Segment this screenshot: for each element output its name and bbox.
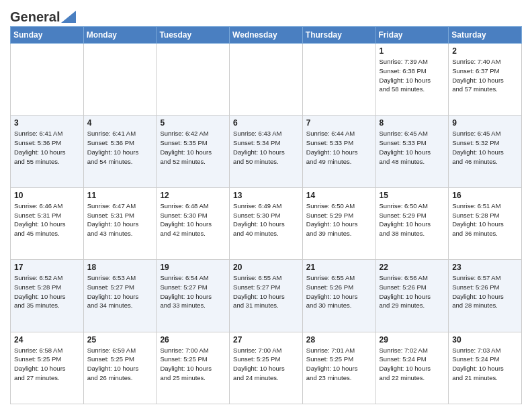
- header: General: [10, 7, 522, 22]
- day-info: Sunrise: 6:59 AM Sunset: 5:25 PM Dayligh…: [87, 346, 153, 383]
- day-cell: 16Sunrise: 6:51 AM Sunset: 5:28 PM Dayli…: [449, 187, 522, 259]
- day-cell: 30Sunrise: 7:03 AM Sunset: 5:24 PM Dayli…: [449, 332, 522, 404]
- day-number: 3: [14, 118, 80, 128]
- day-cell: 28Sunrise: 7:01 AM Sunset: 5:25 PM Dayli…: [302, 332, 375, 404]
- day-number: 28: [306, 335, 372, 345]
- day-cell: 24Sunrise: 6:58 AM Sunset: 5:25 PM Dayli…: [11, 332, 84, 404]
- day-cell: 2Sunrise: 7:40 AM Sunset: 6:37 PM Daylig…: [449, 44, 522, 116]
- day-number: 5: [160, 118, 226, 128]
- day-cell: 14Sunrise: 6:50 AM Sunset: 5:29 PM Dayli…: [302, 187, 375, 259]
- header-cell-friday: Friday: [375, 27, 449, 44]
- day-cell: 27Sunrise: 7:00 AM Sunset: 5:25 PM Dayli…: [230, 332, 303, 404]
- day-number: 1: [380, 46, 445, 56]
- day-cell: 25Sunrise: 6:59 AM Sunset: 5:25 PM Dayli…: [83, 332, 157, 404]
- calendar-header: SundayMondayTuesdayWednesdayThursdayFrid…: [11, 27, 522, 44]
- day-cell: [157, 44, 230, 116]
- svg-marker-0: [61, 11, 76, 23]
- day-info: Sunrise: 6:41 AM Sunset: 5:36 PM Dayligh…: [14, 129, 80, 166]
- week-row-1: 3Sunrise: 6:41 AM Sunset: 5:36 PM Daylig…: [11, 116, 522, 187]
- header-cell-monday: Monday: [83, 27, 157, 44]
- day-number: 20: [233, 263, 299, 272]
- day-cell: 6Sunrise: 6:43 AM Sunset: 5:34 PM Daylig…: [230, 116, 303, 187]
- day-number: 27: [233, 335, 299, 345]
- day-cell: 7Sunrise: 6:44 AM Sunset: 5:33 PM Daylig…: [302, 116, 375, 187]
- day-info: Sunrise: 6:48 AM Sunset: 5:30 PM Dayligh…: [160, 201, 226, 238]
- day-number: 23: [452, 263, 518, 272]
- day-cell: 26Sunrise: 7:00 AM Sunset: 5:25 PM Dayli…: [157, 332, 230, 404]
- day-number: 12: [160, 191, 226, 200]
- header-cell-sunday: Sunday: [11, 27, 84, 44]
- day-info: Sunrise: 6:45 AM Sunset: 5:33 PM Dayligh…: [380, 129, 445, 166]
- day-info: Sunrise: 7:40 AM Sunset: 6:37 PM Dayligh…: [452, 57, 518, 94]
- day-info: Sunrise: 6:55 AM Sunset: 5:26 PM Dayligh…: [306, 273, 372, 310]
- day-cell: [83, 44, 157, 116]
- day-cell: [302, 44, 375, 116]
- day-cell: 17Sunrise: 6:52 AM Sunset: 5:28 PM Dayli…: [11, 260, 84, 332]
- day-info: Sunrise: 6:50 AM Sunset: 5:29 PM Dayligh…: [306, 201, 372, 238]
- week-row-2: 10Sunrise: 6:46 AM Sunset: 5:31 PM Dayli…: [11, 187, 522, 259]
- day-cell: 8Sunrise: 6:45 AM Sunset: 5:33 PM Daylig…: [375, 116, 449, 187]
- day-cell: 15Sunrise: 6:50 AM Sunset: 5:29 PM Dayli…: [375, 187, 449, 259]
- calendar-body: 1Sunrise: 7:39 AM Sunset: 6:38 PM Daylig…: [11, 44, 522, 404]
- header-cell-wednesday: Wednesday: [230, 27, 303, 44]
- day-cell: 5Sunrise: 6:42 AM Sunset: 5:35 PM Daylig…: [157, 116, 230, 187]
- day-info: Sunrise: 6:53 AM Sunset: 5:27 PM Dayligh…: [87, 273, 153, 310]
- week-row-3: 17Sunrise: 6:52 AM Sunset: 5:28 PM Dayli…: [11, 260, 522, 332]
- day-cell: [230, 44, 303, 116]
- day-number: 11: [87, 191, 153, 200]
- day-number: 4: [87, 118, 153, 128]
- day-number: 16: [452, 191, 518, 200]
- page: General SundayMondayTuesdayWednesdayThur…: [0, 0, 532, 411]
- day-cell: [11, 44, 84, 116]
- day-cell: 19Sunrise: 6:54 AM Sunset: 5:27 PM Dayli…: [157, 260, 230, 332]
- day-cell: 11Sunrise: 6:47 AM Sunset: 5:31 PM Dayli…: [83, 187, 157, 259]
- week-row-4: 24Sunrise: 6:58 AM Sunset: 5:25 PM Dayli…: [11, 332, 522, 404]
- day-number: 29: [380, 335, 445, 345]
- day-number: 9: [452, 118, 518, 128]
- day-number: 17: [14, 263, 80, 272]
- day-info: Sunrise: 6:46 AM Sunset: 5:31 PM Dayligh…: [14, 201, 80, 238]
- calendar: SundayMondayTuesdayWednesdayThursdayFrid…: [10, 26, 522, 404]
- day-info: Sunrise: 6:43 AM Sunset: 5:34 PM Dayligh…: [233, 129, 299, 166]
- day-cell: 20Sunrise: 6:55 AM Sunset: 5:27 PM Dayli…: [230, 260, 303, 332]
- day-number: 14: [306, 191, 372, 200]
- day-info: Sunrise: 6:54 AM Sunset: 5:27 PM Dayligh…: [160, 273, 226, 310]
- day-info: Sunrise: 6:51 AM Sunset: 5:28 PM Dayligh…: [452, 201, 518, 238]
- day-cell: 21Sunrise: 6:55 AM Sunset: 5:26 PM Dayli…: [302, 260, 375, 332]
- day-info: Sunrise: 6:50 AM Sunset: 5:29 PM Dayligh…: [380, 201, 445, 238]
- day-cell: 13Sunrise: 6:49 AM Sunset: 5:30 PM Dayli…: [230, 187, 303, 259]
- logo-general: General: [10, 9, 60, 25]
- day-info: Sunrise: 6:47 AM Sunset: 5:31 PM Dayligh…: [87, 201, 153, 238]
- day-info: Sunrise: 6:49 AM Sunset: 5:30 PM Dayligh…: [233, 201, 299, 238]
- day-number: 18: [87, 263, 153, 272]
- day-info: Sunrise: 7:01 AM Sunset: 5:25 PM Dayligh…: [306, 346, 372, 383]
- day-info: Sunrise: 6:44 AM Sunset: 5:33 PM Dayligh…: [306, 129, 372, 166]
- day-cell: 1Sunrise: 7:39 AM Sunset: 6:38 PM Daylig…: [375, 44, 449, 116]
- day-number: 7: [306, 118, 372, 128]
- day-number: 8: [380, 118, 445, 128]
- day-number: 10: [14, 191, 80, 200]
- day-number: 19: [160, 263, 226, 272]
- day-number: 25: [87, 335, 153, 345]
- day-number: 26: [160, 335, 226, 345]
- day-info: Sunrise: 6:52 AM Sunset: 5:28 PM Dayligh…: [14, 273, 80, 310]
- day-info: Sunrise: 7:03 AM Sunset: 5:24 PM Dayligh…: [452, 346, 518, 383]
- day-number: 30: [452, 335, 518, 345]
- day-cell: 23Sunrise: 6:57 AM Sunset: 5:26 PM Dayli…: [449, 260, 522, 332]
- day-info: Sunrise: 6:42 AM Sunset: 5:35 PM Dayligh…: [160, 129, 226, 166]
- day-cell: 4Sunrise: 6:41 AM Sunset: 5:36 PM Daylig…: [83, 116, 157, 187]
- header-cell-tuesday: Tuesday: [157, 27, 230, 44]
- day-info: Sunrise: 6:55 AM Sunset: 5:27 PM Dayligh…: [233, 273, 299, 310]
- header-cell-thursday: Thursday: [302, 27, 375, 44]
- week-row-0: 1Sunrise: 7:39 AM Sunset: 6:38 PM Daylig…: [11, 44, 522, 116]
- day-cell: 3Sunrise: 6:41 AM Sunset: 5:36 PM Daylig…: [11, 116, 84, 187]
- day-number: 21: [306, 263, 372, 272]
- day-cell: 12Sunrise: 6:48 AM Sunset: 5:30 PM Dayli…: [157, 187, 230, 259]
- logo: General: [10, 9, 76, 22]
- day-info: Sunrise: 6:56 AM Sunset: 5:26 PM Dayligh…: [380, 273, 445, 310]
- logo-icon: [61, 11, 76, 23]
- day-info: Sunrise: 7:00 AM Sunset: 5:25 PM Dayligh…: [160, 346, 226, 383]
- day-number: 13: [233, 191, 299, 200]
- day-cell: 29Sunrise: 7:02 AM Sunset: 5:24 PM Dayli…: [375, 332, 449, 404]
- day-info: Sunrise: 6:57 AM Sunset: 5:26 PM Dayligh…: [452, 273, 518, 310]
